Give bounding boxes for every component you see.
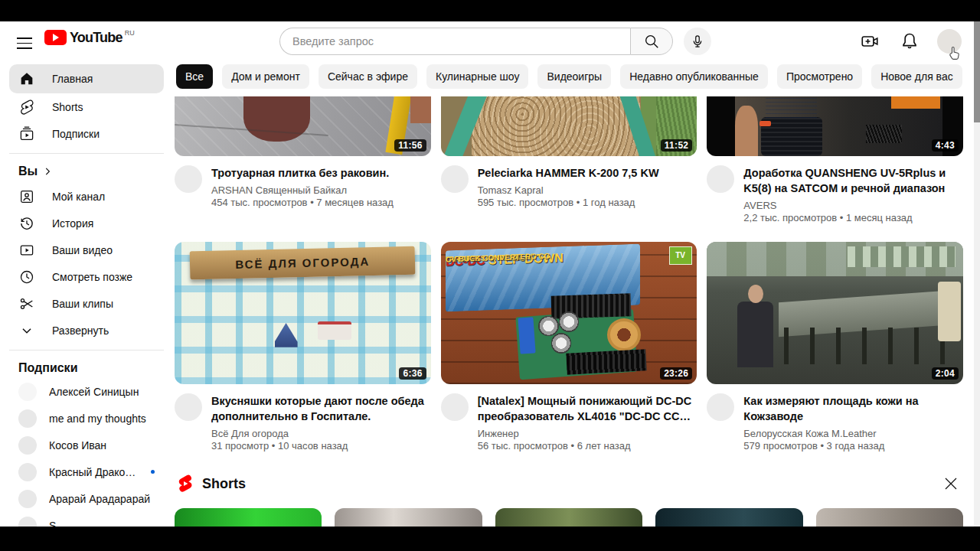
play-box-icon — [18, 242, 35, 259]
video-card: 11:52 Peleciarka HAMMER K-200 7,5 KW Tom… — [441, 96, 697, 223]
channel-name[interactable]: AVERS — [743, 200, 959, 211]
video-title[interactable]: [Natalex] Мощный понижающий DC-DC преобр… — [478, 393, 693, 424]
filter-chips: Все Дом и ремонт Сейчас в эфире Кулинарн… — [173, 61, 974, 96]
sidebar-item-label: Главная — [52, 73, 93, 85]
sidebar-item-your-videos[interactable]: Ваши видео — [9, 236, 164, 263]
menu-icon — [17, 37, 32, 39]
youtube-page: YouTube RU — [0, 21, 980, 527]
sidebar-item-history[interactable]: История — [9, 210, 164, 236]
sidebar-item-you[interactable]: Вы — [9, 160, 164, 183]
scissors-icon — [18, 295, 35, 312]
video-thumbnail[interactable]: DC-DC STEP-DOWN "PROFESSIONAL DC-DC CC C… — [441, 242, 697, 384]
sidebar: Главная Shorts Подписки Вы — [0, 61, 173, 527]
channel-name[interactable]: Инженер — [478, 428, 693, 439]
chip-live[interactable]: Сейчас в эфире — [318, 64, 417, 89]
create-button[interactable] — [858, 29, 882, 54]
subscription-channel[interactable]: Красный Драко… — [9, 458, 164, 485]
video-thumbnail[interactable]: 11:56 — [175, 96, 431, 156]
header-actions — [858, 29, 962, 54]
mouse-cursor — [948, 46, 962, 61]
scrollbar[interactable] — [974, 21, 980, 527]
search-button[interactable] — [630, 28, 673, 55]
notifications-button[interactable] — [897, 29, 922, 54]
video-meta: [Natalex] Мощный понижающий DC-DC преобр… — [441, 384, 697, 452]
subscription-channel[interactable]: Косов Иван — [9, 432, 164, 458]
person-card-icon — [18, 188, 35, 205]
sidebar-item-expand[interactable]: Развернуть — [9, 317, 164, 344]
sidebar-item-my-channel[interactable]: Мой канал — [9, 183, 164, 210]
video-stats: 56 тыс. просмотров • 6 лет назад — [478, 440, 693, 452]
sidebar-item-your-clips[interactable]: Ваши клипы — [9, 290, 164, 317]
chip-video-games[interactable]: Видеоигры — [537, 64, 611, 89]
sidebar-item-home[interactable]: Главная — [9, 64, 164, 93]
video-thumbnail[interactable]: ВСЁ ДЛЯ ОГОРОДА 6:36 — [175, 242, 431, 384]
search-icon — [643, 33, 660, 50]
channel-avatar[interactable] — [175, 165, 202, 193]
scrollbar-thumb[interactable] — [974, 21, 980, 122]
channel-avatar — [18, 436, 37, 455]
video-thumbnail[interactable]: 2:04 — [707, 242, 963, 384]
video-meta: Вкусняшки которые дают после обеда допол… — [175, 384, 431, 452]
video-card: 11:56 Тротуарная плитка без раковин. ARS… — [175, 96, 431, 223]
menu-button[interactable] — [14, 31, 35, 52]
video-meta: Доработка QUANSHENG UV-5Rplus и K5(8) на… — [707, 156, 963, 223]
subscription-channel[interactable]: S… — [9, 512, 164, 527]
video-title[interactable]: Как измеряют площадь кожи на Кожзаводе — [743, 393, 959, 424]
duration-badge: 11:52 — [661, 139, 693, 152]
channel-avatar[interactable] — [441, 165, 469, 193]
sidebar-item-subscriptions[interactable]: Подписки — [9, 120, 164, 147]
duration-badge: 6:36 — [399, 367, 426, 380]
chip-cooking-shows[interactable]: Кулинарные шоу — [426, 64, 528, 89]
sidebar-item-watch-later[interactable]: Смотреть позже — [9, 263, 164, 290]
avatar[interactable] — [937, 29, 962, 54]
video-title[interactable]: Peleciarka HAMMER K-200 7,5 KW — [478, 165, 659, 181]
channel-avatar — [18, 490, 37, 508]
channel-avatar[interactable] — [441, 393, 469, 421]
close-shorts-button[interactable] — [939, 471, 963, 496]
chip-all[interactable]: Все — [176, 64, 213, 89]
subscription-channel[interactable]: me and my thoughts — [9, 405, 164, 432]
short-thumbnail[interactable] — [816, 508, 963, 527]
sidebar-item-shorts[interactable]: Shorts — [9, 93, 164, 120]
video-meta: Как измеряют площадь кожи на Кожзаводе Б… — [707, 384, 963, 452]
voice-search-button[interactable] — [684, 28, 711, 55]
video-thumbnail[interactable]: 4:43 — [707, 96, 963, 156]
new-content-dot — [151, 470, 155, 474]
channel-name: me and my thoughts — [49, 412, 155, 425]
video-thumbnail[interactable]: 11:52 — [441, 96, 697, 156]
chip-watched[interactable]: Просмотрено — [777, 64, 862, 89]
thumbnail-art — [175, 96, 431, 156]
chip-recently-uploaded[interactable]: Недавно опубликованные — [620, 64, 768, 89]
thumbnail-art — [707, 96, 963, 156]
channel-avatar[interactable] — [175, 393, 202, 421]
youtube-logo[interactable]: YouTube RU — [44, 29, 135, 46]
subscription-channel[interactable]: Алексей Синицын — [9, 378, 164, 405]
channel-name[interactable]: Всё Для огорода — [211, 428, 426, 439]
sidebar-item-label: Подписки — [52, 128, 100, 140]
thumbnail-art: DC-DC STEP-DOWN "PROFESSIONAL DC-DC CC C… — [441, 242, 697, 384]
video-card: 2:04 Как измеряют площадь кожи на Кожзав… — [707, 242, 963, 452]
short-thumbnail[interactable] — [495, 508, 642, 527]
youtube-logo-text: YouTube — [70, 29, 122, 46]
sidebar-item-label: Смотреть позже — [52, 271, 132, 283]
video-title[interactable]: Доработка QUANSHENG UV-5Rplus и K5(8) на… — [743, 165, 959, 196]
chip-home-repair[interactable]: Дом и ремонт — [222, 64, 309, 89]
channel-name[interactable]: Белорусская Кожа M.Leather — [743, 428, 959, 439]
chip-new-to-you[interactable]: Новое для вас — [871, 64, 962, 89]
subscription-channel[interactable]: Арарай Арадарарай — [9, 485, 164, 512]
video-title[interactable]: Тротуарная плитка без раковин. — [211, 165, 394, 181]
video-title[interactable]: Вкусняшки которые дают после обеда допол… — [211, 393, 426, 424]
short-thumbnail[interactable] — [175, 508, 322, 527]
sidebar-divider — [9, 350, 164, 350]
channel-name[interactable]: ARSHAN Священный Байкал — [211, 184, 394, 196]
short-thumbnail[interactable] — [655, 508, 802, 527]
short-thumbnail[interactable] — [335, 508, 482, 527]
channel-name[interactable]: Tomasz Kapral — [478, 184, 659, 196]
channel-avatar[interactable] — [707, 393, 734, 421]
shorts-shelf-header: Shorts — [176, 471, 963, 496]
search-bar — [279, 28, 711, 55]
search-input[interactable] — [279, 28, 630, 55]
channel-avatar[interactable] — [707, 165, 734, 193]
thumbnail-art — [707, 242, 963, 384]
video-stats: 2,2 тыс. просмотров • 1 месяц назад — [743, 212, 959, 223]
